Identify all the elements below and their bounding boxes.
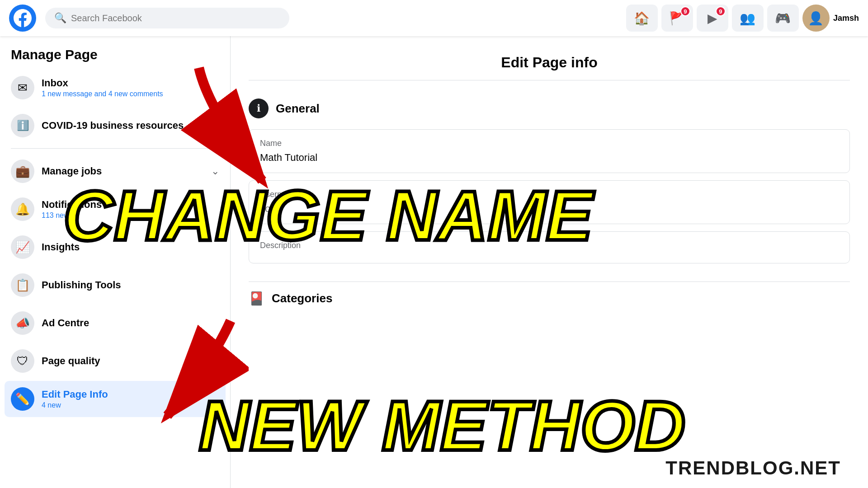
ad-centre-icon: 📣	[11, 311, 34, 335]
categories-title: Categories	[272, 291, 332, 305]
gaming-button[interactable]: 🎮	[767, 5, 799, 32]
username-field-input[interactable]	[260, 203, 839, 215]
general-title: General	[276, 102, 320, 116]
notifications-icon: 🔔	[11, 197, 34, 221]
inbox-label: Inbox	[42, 77, 219, 89]
notifications-sub: 113 new	[42, 211, 219, 220]
general-section-header: ℹ General	[249, 99, 850, 118]
pages-badge: 9	[680, 6, 690, 16]
sidebar-item-covid[interactable]: ℹ️ COVID-19 business resources	[5, 108, 226, 144]
page-quality-icon: 🛡	[11, 349, 34, 373]
page-quality-label: Page quality	[42, 355, 219, 367]
panel-title: Edit Page info	[249, 54, 850, 80]
categories-icon: 🎴	[249, 291, 264, 306]
inbox-icon: ✉	[11, 76, 34, 99]
publishing-label: Publishing Tools	[42, 279, 219, 291]
description-field-group: Description	[249, 231, 850, 263]
pages-button[interactable]: 🚩 9	[661, 5, 693, 32]
sidebar-item-publishing-tools[interactable]: 📋 Publishing Tools	[5, 267, 226, 303]
name-field-value: Math Tutorial	[260, 152, 839, 164]
publishing-icon: 📋	[11, 273, 34, 297]
main-layout: Manage Page ✉ Inbox 1 new message and 4 …	[0, 36, 868, 488]
user-name: Jamsh	[833, 14, 859, 23]
groups-icon: 👥	[740, 11, 755, 26]
sidebar: Manage Page ✉ Inbox 1 new message and 4 …	[0, 36, 231, 488]
home-icon: 🏠	[634, 11, 650, 26]
username-field-group: Username	[249, 180, 850, 224]
chevron-down-icon: ⌄	[211, 165, 219, 177]
edit-page-info-label: Edit Page Info	[42, 389, 219, 400]
edit-page-info-sub: 4 new	[42, 401, 219, 409]
covid-icon: ℹ️	[11, 114, 34, 137]
jobs-label: Manage jobs	[42, 165, 204, 177]
top-navigation: 🔍 🏠 🚩 9 ▶ 9 👥 🎮 👤 Jamsh	[0, 0, 868, 36]
sidebar-item-page-quality[interactable]: 🛡 Page quality	[5, 343, 226, 379]
ad-centre-label: Ad Centre	[42, 317, 219, 329]
nav-icons: 🏠 🚩 9 ▶ 9 👥 🎮 👤 Jamsh	[626, 5, 859, 32]
avatar-icon: 👤	[808, 11, 824, 26]
jobs-icon: 💼	[11, 160, 34, 183]
notifications-label: Notifications	[42, 199, 219, 211]
watch-badge: 9	[716, 6, 726, 16]
categories-section: 🎴 Categories	[249, 282, 850, 306]
sidebar-item-insights[interactable]: 📈 Insights	[5, 229, 226, 265]
general-icon: ℹ	[249, 99, 269, 118]
edit-page-info-icon: ✏️	[11, 387, 34, 411]
sidebar-item-notifications[interactable]: 🔔 Notifications 113 new	[5, 191, 226, 227]
content-area: Edit Page info ℹ General Name Math Tutor…	[231, 36, 868, 488]
name-field-label: Name	[260, 139, 839, 148]
username-field-label: Username	[260, 190, 839, 199]
sidebar-item-ad-centre[interactable]: 📣 Ad Centre	[5, 305, 226, 341]
facebook-logo[interactable]	[9, 5, 36, 32]
page-info-panel: Edit Page info ℹ General Name Math Tutor…	[231, 36, 868, 488]
search-icon: 🔍	[54, 12, 66, 24]
gaming-icon: 🎮	[775, 11, 791, 26]
search-bar[interactable]: 🔍	[45, 8, 289, 28]
watch-button[interactable]: ▶ 9	[697, 5, 728, 32]
inbox-sub: 1 new message and 4 new comments	[42, 90, 219, 98]
divider-1	[11, 148, 219, 149]
sidebar-item-inbox[interactable]: ✉ Inbox 1 new message and 4 new comments	[5, 70, 226, 106]
search-input[interactable]	[71, 13, 280, 23]
sidebar-item-manage-jobs[interactable]: 💼 Manage jobs ⌄	[5, 153, 226, 189]
description-field-label: Description	[260, 241, 839, 250]
name-field-group: Name Math Tutorial	[249, 129, 850, 173]
sidebar-item-edit-page-info[interactable]: ✏️ Edit Page Info 4 new	[5, 381, 226, 417]
insights-icon: 📈	[11, 235, 34, 259]
manage-page-title: Manage Page	[5, 47, 226, 70]
categories-section-header: 🎴 Categories	[249, 291, 850, 306]
insights-label: Insights	[42, 241, 219, 253]
groups-button[interactable]: 👥	[732, 5, 764, 32]
covid-label: COVID-19 business resources	[42, 120, 219, 131]
avatar[interactable]: 👤	[802, 5, 830, 32]
home-button[interactable]: 🏠	[626, 5, 658, 32]
